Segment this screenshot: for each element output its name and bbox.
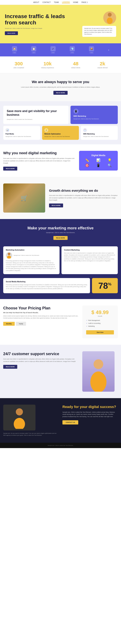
percent-symbol: % (108, 282, 111, 286)
pricing-plan-buttons: Monthly Yearly (3, 322, 78, 326)
logo-label-3: LABEL (51, 52, 55, 54)
happy-title: We are always happy to serve you (13, 80, 108, 84)
content-marketing-card: Content Marketing Duis aute irure dolor … (61, 246, 118, 274)
pricing-left: Choose Your Pricing Plan We Can Help You… (3, 306, 78, 338)
social-media-title: Social Media Marketing (6, 280, 87, 282)
service-paid-media: 📊 Paid Media Sample text. Click to selec… (3, 126, 40, 140)
stat-jobs-label: Jobs Completed (13, 67, 24, 68)
automation-person-icon (7, 252, 11, 258)
why-digital-section: Why you need digital marketing Duis aute… (0, 144, 121, 177)
bottom-image (3, 404, 35, 430)
service-paid-title: Paid Media (5, 133, 38, 135)
navigation: ABOUT CONTACT TEAM LANDING HOME PAGE 1 (0, 0, 121, 5)
svg-point-6 (16, 408, 23, 416)
nav-home[interactable]: HOME (73, 2, 78, 3)
support-right (82, 351, 118, 392)
growth-body: Duis aute irure dolor in reprehenderit i… (49, 194, 118, 201)
pricing-title: Choose Your Pricing Plan (3, 306, 78, 310)
service-website-body: Sample text. Click to select the Text El… (44, 136, 77, 138)
yearly-button[interactable]: Yearly (16, 322, 26, 326)
paid-media-icon: 📊 (6, 129, 8, 131)
hero-left: Increase traffic & leads from search Sam… (5, 13, 78, 35)
happy-read-more-button[interactable]: Read More (53, 91, 67, 95)
marketing-automation-body: Podcasting operational change management… (6, 260, 57, 272)
svg-point-0 (108, 13, 112, 17)
marketing-cards-section: Marketing Automation Sample text. Click … (0, 246, 121, 278)
sms2-icon: 📩 (84, 129, 86, 131)
price-amount: $ 49.99 (86, 310, 114, 315)
svg-point-5 (90, 372, 107, 392)
services-section: Save more and get visibility for your bu… (0, 101, 121, 144)
footer: Sample text. Click to select the Text El… (0, 443, 121, 448)
marketing-effective-read-more-button[interactable]: Read More (53, 236, 67, 240)
support-section: 24/7 customer support service Duis aute … (0, 345, 121, 398)
check-icon-2: ✓ (86, 322, 87, 324)
svg-point-3 (7, 256, 11, 258)
emoji-1: ✏️ (82, 158, 92, 162)
stat-clients-label: Global Clients (71, 67, 80, 68)
why-digital-read-more-button[interactable]: Read More (3, 167, 17, 170)
growth-right: Growth drives everything we do Duis aute… (49, 188, 118, 208)
stat-awards: 2k Awards Winned (98, 61, 108, 68)
service-website-optimization: 💡 Website Optimization Sample text. Clic… (42, 126, 79, 140)
stat-clients-number: 48 (71, 61, 80, 66)
nav-landing[interactable]: LANDING (62, 1, 70, 4)
bottom-left: Sample text. Do you want to increase sal… (3, 404, 59, 436)
nav-contact[interactable]: CONTACT (42, 2, 51, 3)
service-card-large: Save more and get visibility for your bu… (3, 106, 69, 124)
nav-team[interactable]: TEAM (54, 2, 59, 3)
pricing-subtitle: We Can Help You Reach the Top of Search … (3, 312, 78, 314)
service-sms2-body: Sample text. Click to select the Text El… (83, 136, 116, 138)
logo-icon-4: 💎 (71, 48, 74, 50)
support-title: 24/7 customer support service (3, 351, 78, 356)
hero-right-text-box: Sample text. Do you want to increase sal… (82, 26, 116, 37)
why-digital-body: Duis aute irure dolor in reprehenderit i… (3, 157, 75, 164)
social-media-card: Social Media Marketing Podcasting operat… (3, 278, 90, 293)
support-left: 24/7 customer support service Duis aute … (3, 351, 78, 369)
why-digital-left: Why you need digital marketing Duis aute… (3, 151, 75, 170)
support-read-more-button[interactable]: Read More (3, 365, 17, 369)
feature-3: ✓Marketing (86, 325, 114, 328)
nav-page1[interactable]: PAGE 1 (82, 2, 88, 3)
pricing-section: Choose Your Pricing Plan We Can Help You… (0, 299, 121, 345)
marketing-automation-person-label: Sample text. Click to select the Text El… (13, 254, 39, 256)
bottom-section: Sample text. Do you want to increase sal… (0, 398, 121, 443)
growth-read-more-button[interactable]: Read More (49, 204, 63, 208)
emoji-6: 🔍 (105, 164, 115, 167)
stat-clients: 48 Global Clients (71, 61, 80, 68)
hero-person-image (103, 11, 116, 24)
service-sms2-title: SMS Marketing (83, 133, 116, 135)
support-person-icon (87, 356, 110, 392)
why-digital-title: Why you need digital marketing (3, 151, 75, 156)
start-now-button[interactable]: Start Now (86, 330, 114, 334)
stat-exp-number: 10k (41, 61, 54, 66)
emoji-2: 📊 (93, 158, 103, 162)
price-period: /month (86, 315, 114, 317)
service-website-title: Website Optimization (44, 133, 77, 135)
check-icon-1: ✓ (86, 320, 87, 321)
svg-point-4 (94, 359, 103, 369)
stat-awards-number: 2k (98, 61, 108, 66)
bottom-person-icon (11, 406, 27, 429)
nav-about[interactable]: ABOUT (33, 2, 39, 3)
hero-read-more-button[interactable]: Read More (5, 31, 18, 35)
monthly-button[interactable]: Monthly (3, 322, 15, 326)
services-row-1: Save more and get visibility for your bu… (3, 106, 118, 124)
svg-point-1 (107, 18, 113, 24)
hero-section: Increase traffic & leads from search Sam… (0, 5, 121, 43)
why-digital-right: Digital Media ✏️ 📊 💡 🎯 📱 🔍 (79, 151, 118, 170)
sms-icon: 📱 (75, 110, 77, 112)
support-image (82, 351, 115, 392)
marketing-effective-section: Make your marketing more effective Sampl… (0, 219, 121, 246)
service-paid-body: Sample text. Click to select the Text El… (5, 136, 38, 138)
website-opt-icon: 💡 (45, 129, 47, 131)
logo-item-1: 🏠 LABEL (12, 46, 17, 54)
contact-us-button[interactable]: Contact Us (62, 420, 78, 424)
content-marketing-body: Duis aute irure dolor in reprehenderit i… (64, 252, 115, 262)
hero-title: Increase traffic & leads from search (5, 13, 78, 26)
logos-arrow-icon[interactable]: › (108, 48, 109, 52)
support-body: Duis aute irure dolor in reprehenderit i… (3, 358, 78, 362)
growth-title: Growth drives everything we do (49, 188, 118, 193)
growth-section: 🛒 Growth drives everything we do Duis au… (0, 177, 121, 219)
social-media-body: Podcasting operational change management… (6, 284, 87, 290)
